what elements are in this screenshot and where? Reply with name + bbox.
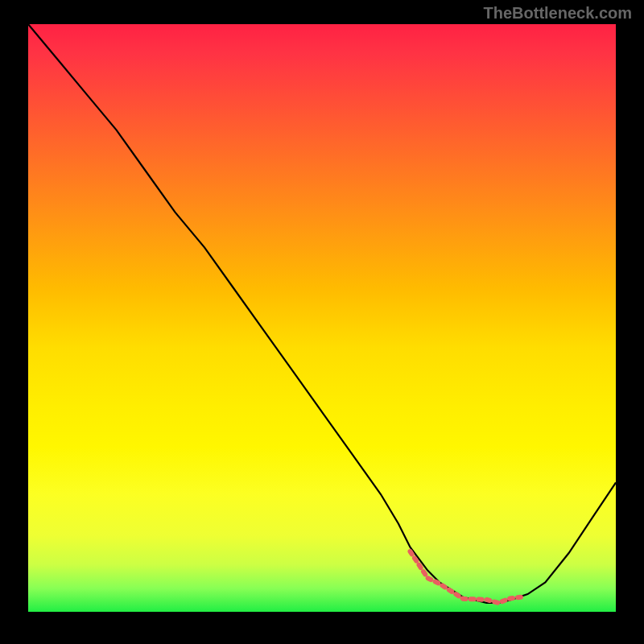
watermark-text: TheBottleneck.com [484, 4, 632, 23]
bottleneck-curve [28, 24, 616, 603]
chart-svg [28, 24, 616, 612]
plot-area [28, 24, 616, 612]
chart-container: TheBottleneck.com [0, 0, 644, 644]
low-bottleneck-marker [411, 551, 522, 603]
